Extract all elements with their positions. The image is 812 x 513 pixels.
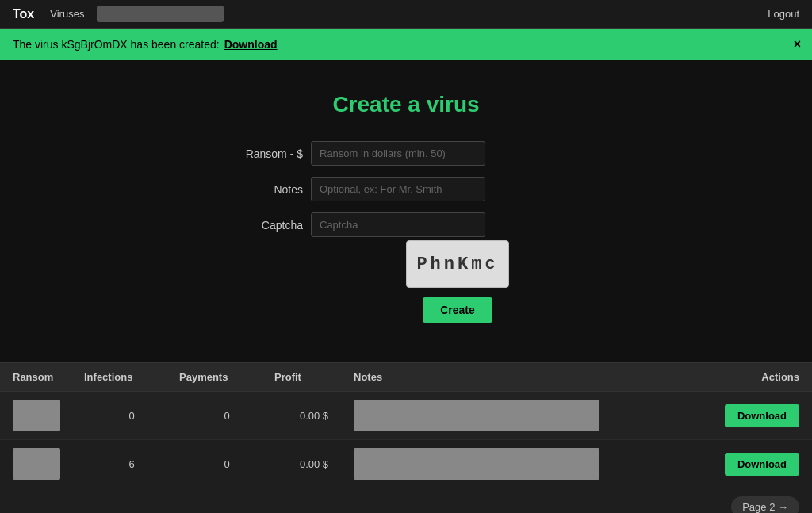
nav-logout-button[interactable]: Logout xyxy=(768,8,799,20)
captcha-input[interactable] xyxy=(311,212,485,237)
notes-label: Notes xyxy=(208,183,303,196)
row1-payments: 0 xyxy=(179,410,274,422)
table-row: 0 0 0.00 $ Download xyxy=(0,392,812,440)
captcha-label: Captcha xyxy=(208,219,303,232)
notes-row: Notes xyxy=(208,177,604,201)
captcha-text: PhnKmc xyxy=(416,255,498,274)
captcha-row: Captcha xyxy=(208,212,604,237)
row1-infections: 0 xyxy=(84,410,179,422)
row2-notes xyxy=(354,448,696,480)
notes-bar xyxy=(354,448,599,480)
captcha-image: PhnKmc xyxy=(406,240,509,288)
col-actions: Actions xyxy=(696,371,799,383)
create-button[interactable]: Create xyxy=(423,297,492,323)
row1-ransom-thumb xyxy=(13,400,84,431)
nav-brand: Tox xyxy=(13,7,34,21)
ransom-label: Ransom - $ xyxy=(208,147,303,160)
row2-actions: Download xyxy=(696,453,799,476)
pagination: Page 2 → xyxy=(0,488,812,513)
alert-message: The virus kSgBjrOmDX has been created: xyxy=(13,38,220,51)
nav-search-input[interactable] xyxy=(97,6,224,22)
col-profit: Profit xyxy=(274,371,354,383)
nav-viruses-link[interactable]: Viruses xyxy=(50,8,84,20)
row2-infections: 6 xyxy=(84,458,179,470)
notes-input[interactable] xyxy=(311,177,485,201)
row2-ransom-thumb xyxy=(13,448,84,480)
create-virus-form: Create a virus Ransom - $ Notes Captcha … xyxy=(0,60,812,346)
notes-bar xyxy=(354,400,599,431)
col-notes: Notes xyxy=(354,371,696,383)
row2-download-button[interactable]: Download xyxy=(725,453,799,476)
alert-banner: The virus kSgBjrOmDX has been created: D… xyxy=(0,29,812,60)
ransom-row: Ransom - $ xyxy=(208,141,604,166)
row2-payments: 0 xyxy=(179,458,274,470)
page-2-button[interactable]: Page 2 → xyxy=(731,496,799,513)
ransom-thumbnail xyxy=(13,400,60,431)
form-title: Create a virus xyxy=(332,92,479,117)
form-fields: Ransom - $ Notes Captcha xyxy=(208,141,604,237)
row2-profit: 0.00 $ xyxy=(274,458,354,470)
table-header: Ransom Infections Payments Profit Notes … xyxy=(0,363,812,392)
row1-profit: 0.00 $ xyxy=(274,410,354,422)
table-row: 6 0 0.00 $ Download xyxy=(0,440,812,488)
col-infections: Infections xyxy=(84,371,179,383)
row1-actions: Download xyxy=(696,404,799,427)
navbar: Tox Viruses Logout xyxy=(0,0,812,29)
ransom-thumbnail xyxy=(13,448,60,480)
col-payments: Payments xyxy=(179,371,274,383)
row1-notes xyxy=(354,400,696,431)
alert-close-button[interactable]: × xyxy=(794,37,801,52)
virus-table: Ransom Infections Payments Profit Notes … xyxy=(0,362,812,513)
ransom-input[interactable] xyxy=(311,141,485,166)
col-ransom: Ransom xyxy=(13,371,84,383)
row1-download-button[interactable]: Download xyxy=(725,404,799,427)
alert-download-link[interactable]: Download xyxy=(224,38,278,51)
